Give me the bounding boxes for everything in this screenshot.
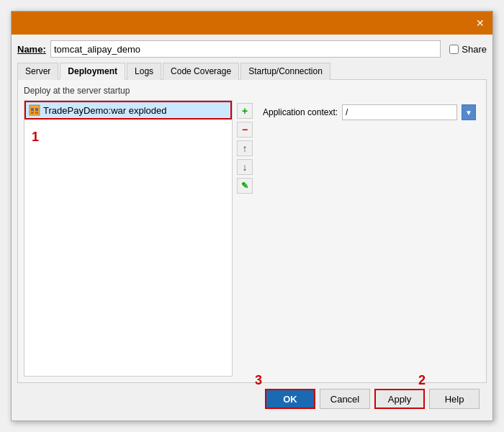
tab-code-coverage[interactable]: Code Coverage <box>163 63 239 80</box>
close-button[interactable]: ✕ <box>474 17 487 30</box>
app-context-dropdown[interactable]: ▼ <box>462 104 476 120</box>
bottom-bar: OK Cancel Apply Help <box>17 383 487 415</box>
tab-deployment[interactable]: Deployment <box>60 63 125 80</box>
name-row: Name: Share <box>17 40 487 58</box>
deploy-list-item-label: TradePayDemo:war exploded <box>43 105 167 116</box>
dialog-body: Name: Share Server Deployment Logs Code … <box>12 35 492 420</box>
add-button[interactable]: + <box>237 103 253 119</box>
tabs-bar: Server Deployment Logs Code Coverage Sta… <box>17 62 487 80</box>
share-label: Share <box>462 44 487 55</box>
app-context-row: Application context: ▼ <box>263 104 476 120</box>
app-context-label: Application context: <box>263 107 338 117</box>
move-down-button[interactable]: ↓ <box>237 159 253 175</box>
svg-rect-2 <box>35 108 38 111</box>
number-label-1: 1 <box>32 130 39 145</box>
name-input[interactable] <box>50 40 441 58</box>
tab-server[interactable]: Server <box>17 63 58 80</box>
help-button[interactable]: Help <box>429 389 480 409</box>
ok-button[interactable]: OK <box>265 389 315 409</box>
edit-button[interactable]: ✎ <box>237 178 253 194</box>
share-checkbox-row: Share <box>449 44 487 55</box>
cancel-button[interactable]: Cancel <box>320 389 370 409</box>
move-up-button[interactable]: ↑ <box>237 140 253 156</box>
deploy-at-startup-label: Deploy at the server startup <box>24 86 480 96</box>
title-bar: ✕ <box>12 12 492 35</box>
svg-rect-3 <box>31 112 34 114</box>
app-context-input[interactable] <box>342 104 457 120</box>
app-context-area: Application context: ▼ <box>257 100 482 377</box>
tab-startup-connection[interactable]: Startup/Connection <box>240 63 330 80</box>
remove-button[interactable]: − <box>237 122 253 138</box>
share-checkbox[interactable] <box>449 45 459 54</box>
svg-rect-4 <box>35 112 38 114</box>
tab-logs[interactable]: Logs <box>127 63 161 80</box>
bottom-wrapper: 3 2 OK Cancel Apply Help <box>17 383 487 415</box>
deploy-area: TradePayDemo:war exploded 1 + − ↑ ↓ ✎ Ap… <box>24 100 480 377</box>
tab-content-deployment: Deploy at the server startup <box>17 80 487 383</box>
name-label: Name: <box>17 44 46 55</box>
deploy-controls: + − ↑ ↓ ✎ <box>233 100 257 377</box>
run-configurations-dialog: ✕ Name: Share Server Deployment Logs Cod… <box>11 11 493 421</box>
svg-rect-1 <box>31 108 34 111</box>
apply-button[interactable]: Apply <box>374 389 425 409</box>
deploy-list: TradePayDemo:war exploded 1 <box>24 100 233 377</box>
deploy-list-item[interactable]: TradePayDemo:war exploded <box>24 101 232 120</box>
war-icon <box>29 104 40 116</box>
